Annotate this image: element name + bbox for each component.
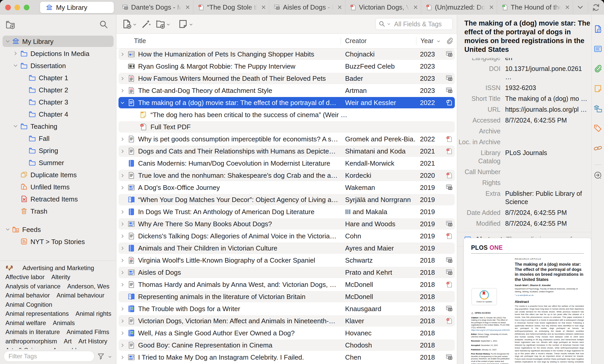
- document-tab[interactable]: The Hound of the Ba: [497, 0, 573, 14]
- item-row[interactable]: Dogs and Cats and Their Relationships wi…: [116, 145, 457, 157]
- item-row[interactable]: Why is pet goods consumption imperceptib…: [116, 133, 457, 145]
- tag-item[interactable]: Art: [64, 338, 72, 345]
- field-value[interactable]: 10.1371/journal.pone.0261 …: [505, 64, 588, 81]
- tag-item[interactable]: Analysis of variance: [5, 283, 60, 290]
- close-tab-icon[interactable]: [413, 4, 418, 10]
- chevron-down-icon[interactable]: [13, 124, 18, 129]
- tag-item[interactable]: Animals in literature: [5, 328, 60, 336]
- chevron-right-icon[interactable]: [120, 282, 125, 287]
- field-value[interactable]: [505, 168, 588, 176]
- field-value[interactable]: [505, 138, 588, 146]
- tag-filter-chevron-icon[interactable]: [108, 355, 112, 359]
- tag-item[interactable]: Animal welfare: [5, 319, 46, 327]
- search-scope-chevron-icon[interactable]: [387, 22, 391, 26]
- add-by-identifier-icon[interactable]: [141, 19, 151, 29]
- item-row[interactable]: How the Humanization of Pets Is Changing…: [116, 48, 457, 60]
- sidebar-item-nyt-top-stories[interactable]: NYT > Top Stories: [0, 236, 116, 248]
- chevron-right-icon[interactable]: [120, 343, 125, 348]
- sidebar-item-summer[interactable]: Summer: [0, 157, 116, 169]
- chevron-right-icon[interactable]: [13, 51, 18, 56]
- chevron-right-icon[interactable]: [120, 149, 125, 154]
- sidebar-item-fall[interactable]: Fall: [0, 132, 116, 144]
- chevron-right-icon[interactable]: [120, 331, 125, 336]
- sidebar-item-chapter-4[interactable]: Chapter 4: [0, 108, 116, 120]
- field-value[interactable]: [505, 127, 588, 135]
- item-row[interactable]: Animals and Their Children in Victorian …: [116, 242, 457, 254]
- chevron-right-icon[interactable]: [120, 185, 125, 190]
- item-row[interactable]: Aisles of DogsPrato and Kehrt2018: [116, 266, 457, 279]
- item-row[interactable]: Virginia Woolf's Little-Known Biography …: [116, 254, 457, 266]
- item-row[interactable]: I Tried to Make My Dog an Instagram Cele…: [116, 351, 457, 363]
- tab-list-chevron-icon[interactable]: [575, 4, 585, 11]
- tag-item[interactable]: Advertising and Marketing: [22, 264, 94, 272]
- zoom-window-button[interactable]: [24, 5, 29, 10]
- chevron-right-icon[interactable]: [120, 209, 125, 214]
- new-note-icon[interactable]: [178, 19, 188, 29]
- sidebar-item-retracted-items[interactable]: Retracted Items: [0, 193, 116, 205]
- item-row[interactable]: In Dogs We Trust: An Anthology of Americ…: [116, 206, 457, 218]
- chevron-right-icon[interactable]: [120, 173, 125, 178]
- tag-filter-funnel-icon[interactable]: [97, 352, 105, 360]
- item-row[interactable]: A Dog's Box-Office JourneyWakeman2019: [116, 182, 457, 194]
- item-row[interactable]: The Trouble with Dogs for a WriterKnausg…: [116, 303, 457, 315]
- chevron-right-icon[interactable]: [120, 355, 125, 360]
- tag-item[interactable]: Animal representations: [5, 310, 69, 317]
- sidebar-item-chapter-3[interactable]: Chapter 3: [0, 96, 116, 108]
- chevron-down-icon[interactable]: [5, 39, 10, 44]
- field-value[interactable]: The making of a (dog) mo …: [505, 94, 588, 103]
- item-row[interactable]: The Cat-and-Dog Theory of Attachment Sty…: [116, 85, 457, 97]
- chevron-right-icon[interactable]: [120, 137, 125, 142]
- item-row[interactable]: The making of a (dog) movie star: The ef…: [116, 97, 457, 109]
- field-value[interactable]: 1932-6203: [505, 84, 588, 92]
- sidebar-item-my-library[interactable]: My Library: [0, 35, 116, 47]
- item-row[interactable]: Dickens's Talking Dogs: Allegories of An…: [116, 230, 457, 242]
- sidebar-item-dissertation[interactable]: Dissertation: [0, 60, 116, 72]
- item-row[interactable]: How Famous Writers Mourned the Death of …: [116, 72, 457, 85]
- tag-item[interactable]: Art History: [78, 338, 107, 345]
- sidebar-item-teaching[interactable]: Teaching: [0, 120, 116, 132]
- close-tab-icon[interactable]: [261, 4, 266, 10]
- new-item-icon[interactable]: [122, 19, 132, 29]
- field-value[interactable]: PLoS Journals: [505, 149, 588, 165]
- new-attachment-icon[interactable]: [155, 19, 165, 29]
- column-divider[interactable]: [416, 37, 416, 45]
- tag-item[interactable]: anthropomorphism: [5, 338, 57, 345]
- chevron-right-icon[interactable]: [120, 52, 125, 57]
- column-header-creator[interactable]: Creator: [345, 37, 367, 45]
- document-tab[interactable]: Dante's Dogs - Mang: [117, 0, 193, 14]
- chevron-right-icon[interactable]: [120, 76, 125, 81]
- minimize-window-button[interactable]: [14, 5, 20, 10]
- item-row[interactable]: Representing animals in the literature o…: [116, 291, 457, 303]
- chevron-right-icon[interactable]: [120, 234, 125, 239]
- sidebar-item-feeds[interactable]: Feeds: [0, 223, 116, 236]
- document-tab[interactable]: Victorian Dogs, Victo: [345, 0, 421, 14]
- document-tab[interactable]: (Un)muzzled: Dogs i: [421, 0, 497, 14]
- sync-icon[interactable]: [592, 3, 600, 12]
- tag-item[interactable]: Assemblage: [53, 347, 87, 349]
- field-value[interactable]: 8/7/2024, 6:42:55 PM: [505, 116, 588, 124]
- tag-item[interactable]: Animal behaviour: [57, 292, 104, 299]
- item-row[interactable]: “When Your Dog Matches Your Decor”: Obje…: [116, 194, 457, 206]
- attachment-pdf-preview[interactable]: PLOS ONE Check for updates OPEN ACCESS C…: [464, 238, 591, 364]
- chevron-right-icon[interactable]: [120, 88, 125, 93]
- item-row[interactable]: Victorian Dogs, Victorian Men: Affect an…: [116, 315, 457, 327]
- sidebar-item-spring[interactable]: Spring: [0, 144, 116, 157]
- tag-item[interactable]: Anderson, Wes: [67, 283, 109, 290]
- document-tab[interactable]: Aisles of Dogs - Prat: [269, 0, 345, 14]
- tag-item[interactable]: Affective labor: [5, 273, 45, 281]
- tag-item[interactable]: Alterity: [51, 273, 70, 281]
- new-item-chevron-icon[interactable]: [133, 22, 137, 27]
- sidebar-item-duplicate-items[interactable]: Duplicate Items: [0, 169, 116, 181]
- document-tab[interactable]: “The Dog Stole the P: [193, 0, 269, 14]
- item-row[interactable]: Why Are There So Many Books About Dogs?H…: [116, 218, 457, 230]
- abstract-pane-icon[interactable]: [593, 44, 602, 53]
- attachment-column-icon[interactable]: [446, 37, 454, 45]
- tag-item[interactable]: Animal rights: [75, 310, 111, 317]
- tag-item[interactable]: Animal Cognition: [5, 301, 52, 308]
- chevron-down-icon[interactable]: [120, 100, 125, 105]
- tags-pane-icon[interactable]: [593, 124, 602, 133]
- close-tab-icon[interactable]: [489, 4, 494, 10]
- sidebar-item-unfiled-items[interactable]: Unfiled Items: [0, 181, 116, 193]
- tag-item[interactable]: Animal behavior: [5, 292, 50, 299]
- field-value[interactable]: Publisher: Public Library of Science: [505, 189, 588, 206]
